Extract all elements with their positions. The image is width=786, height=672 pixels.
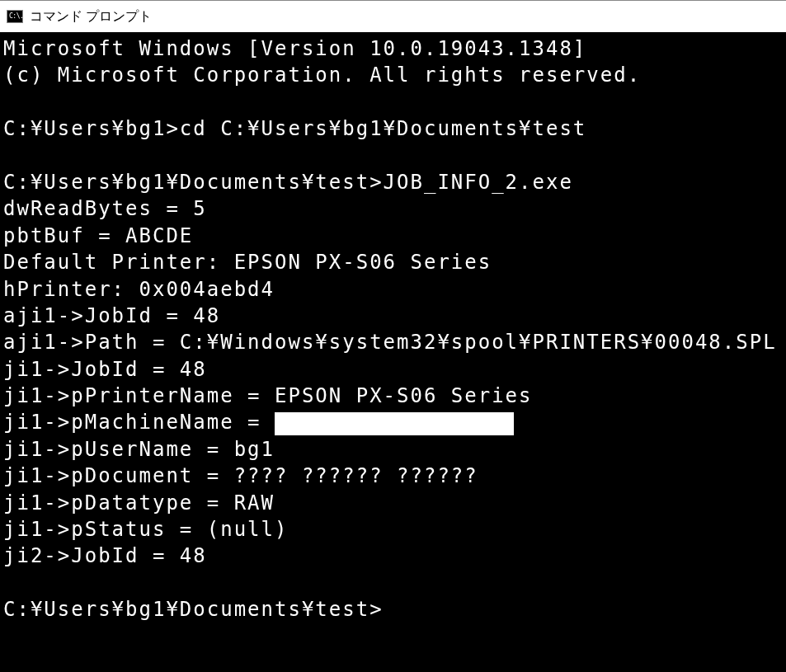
- terminal-line: (c) Microsoft Corporation. All rights re…: [3, 62, 786, 88]
- terminal-line: aji1->Path = C:¥Windows¥system32¥spool¥P…: [3, 329, 786, 355]
- terminal-line: ji1->pDatatype = RAW: [3, 490, 786, 516]
- terminal-line: ji1->pStatus = (null): [3, 516, 786, 543]
- prompt: C:¥Users¥bg1¥Documents¥test>: [3, 171, 384, 194]
- terminal-line: dwReadBytes = 5: [3, 195, 786, 222]
- terminal-line: Default Printer: EPSON PX-S06 Series: [3, 249, 786, 275]
- terminal-line: aji1->JobId = 48: [3, 303, 786, 329]
- terminal-line: C:¥Users¥bg1¥Documents¥test>: [3, 596, 786, 623]
- terminal-line: pbtBuf = ABCDE: [3, 223, 786, 249]
- terminal-line: ji1->pPrinterName = EPSON PX-S06 Series: [3, 383, 786, 409]
- terminal-line: [3, 570, 786, 596]
- terminal-line: ji1->pDocument = ???? ?????? ??????: [3, 463, 786, 489]
- cmd-icon: C:\.: [7, 10, 23, 23]
- output-label: ji1->pMachineName =: [3, 411, 275, 434]
- command-text: cd C:¥Users¥bg1¥Documents¥test: [180, 117, 586, 140]
- terminal-line: hPrinter: 0x004aebd4: [3, 276, 786, 303]
- redacted-block: [275, 412, 514, 435]
- prompt: C:¥Users¥bg1>: [3, 117, 180, 140]
- command-text: JOB_INFO_2.exe: [384, 171, 573, 194]
- terminal-line: ji2->JobId = 48: [3, 543, 786, 569]
- terminal-line: C:¥Users¥bg1¥Documents¥test>JOB_INFO_2.e…: [3, 169, 786, 195]
- terminal-line: Microsoft Windows [Version 10.0.19043.13…: [3, 35, 786, 62]
- prompt: C:¥Users¥bg1¥Documents¥test>: [3, 598, 384, 621]
- terminal-line: [3, 143, 786, 169]
- titlebar[interactable]: C:\. コマンド プロンプト: [0, 1, 786, 32]
- command-prompt-window: C:\. コマンド プロンプト Microsoft Windows [Versi…: [0, 0, 786, 672]
- terminal-line: C:¥Users¥bg1>cd C:¥Users¥bg1¥Documents¥t…: [3, 115, 786, 142]
- cmd-icon-text: C:\.: [9, 13, 23, 20]
- terminal-line: ji1->pUserName = bg1: [3, 436, 786, 463]
- terminal-line: ji1->JobId = 48: [3, 356, 786, 383]
- terminal-body[interactable]: Microsoft Windows [Version 10.0.19043.13…: [0, 32, 786, 672]
- window-title: コマンド プロンプト: [30, 8, 152, 26]
- terminal-line: [3, 89, 786, 115]
- terminal-line: ji1->pMachineName =: [3, 409, 786, 435]
